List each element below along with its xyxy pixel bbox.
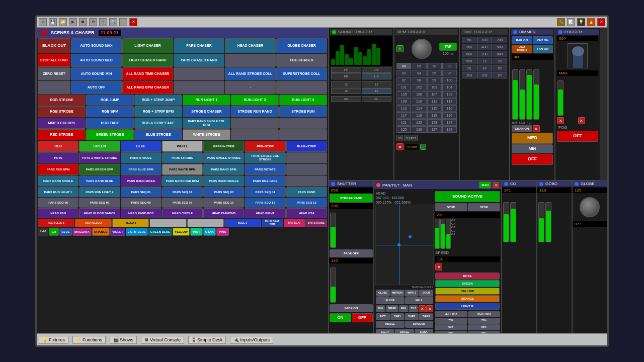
dimmer-slider1[interactable] xyxy=(512,69,518,120)
bpm-105[interactable]: 105 xyxy=(396,91,411,98)
monitor-right-3[interactable]: 💡 xyxy=(577,18,585,26)
rgb-fade-btn[interactable]: RGB FADE xyxy=(86,118,134,129)
time-10s[interactable]: 10s xyxy=(462,72,476,78)
strobe-chaser-btn[interactable]: STROBE CHASER xyxy=(183,106,230,117)
pars-seq06-btn[interactable]: PARS SEQ 06 xyxy=(38,198,78,208)
pict-btn[interactable]: PICT xyxy=(376,313,390,320)
light-blue-btn[interactable]: LIGHT BLUE xyxy=(126,228,148,236)
bpm-124[interactable]: 124 xyxy=(442,119,457,126)
middle-btn[interactable]: MIDDLE xyxy=(376,321,405,328)
auto-sound-med-btn[interactable]: AUTO SOUND MED xyxy=(71,54,122,67)
bpm-121[interactable]: 121 xyxy=(396,119,411,126)
bpm-120[interactable]: 120 xyxy=(442,112,457,119)
shutter-on-btn[interactable]: ON xyxy=(330,313,351,322)
help-icon[interactable]: ? xyxy=(99,18,107,26)
bpm-127[interactable]: 127 xyxy=(427,126,442,133)
head-rand-pos-btn[interactable]: HEAD RAND POS xyxy=(121,208,162,218)
pars-strobe-1-btn[interactable]: PARS STROBE xyxy=(121,152,162,163)
wall-ctrl-btn[interactable]: WALL xyxy=(405,297,434,304)
light-b-btn[interactable]: LIGHT B xyxy=(435,303,500,310)
pan-tilt-x3[interactable]: ✕ xyxy=(426,305,433,312)
col5-btn[interactable] xyxy=(187,219,224,227)
time-1s[interactable]: 1s xyxy=(477,58,492,64)
taskbar-functions[interactable]: ⚡ Functions xyxy=(72,336,106,344)
red-strobe-btn[interactable]: RED STROBE xyxy=(38,129,86,140)
bpm-96[interactable]: 96 xyxy=(442,70,457,76)
globe-knob[interactable] xyxy=(580,197,600,217)
run-light-1-btn[interactable]: RUN LIGHT 1 xyxy=(183,95,230,106)
bpm-126[interactable]: 126 xyxy=(412,126,426,133)
rgb-strip-fade-btn[interactable]: RGB & STRIP FADE xyxy=(134,118,182,129)
diamond-btn[interactable]: DIAMOND xyxy=(405,321,434,328)
blue-strobe-btn[interactable]: BLUE STROBE xyxy=(134,129,182,140)
yello3-btn[interactable]: YELLO 3 xyxy=(112,219,149,227)
pars-seq11-btn[interactable]: PARS SEQ 11 xyxy=(245,198,285,208)
p50-btn[interactable]: 50% xyxy=(435,324,467,330)
stop2-btn[interactable]: STOP xyxy=(468,203,501,211)
rgb-strip-jump-btn[interactable]: RGB + STRIP JUMP xyxy=(134,95,182,106)
superstrobe-coll-btn[interactable]: SUPERSTROBE COLL xyxy=(276,67,327,80)
light-chaser-rand-btn[interactable]: LIGHT CHASER RAND xyxy=(122,54,173,67)
pars-rand-btn[interactable]: PARS RAND xyxy=(286,187,327,197)
bpm-113[interactable]: 113 xyxy=(396,105,411,112)
pars-rand-single2-btn[interactable]: PARS RAND SINGLE xyxy=(203,175,244,187)
mirror-ctrl-btn[interactable]: MIRROR xyxy=(390,290,405,297)
taskbar-virtual-console[interactable]: 🖥 Virtual Console xyxy=(141,336,184,344)
green-btn[interactable]: GREEN xyxy=(79,141,120,152)
rgb-strobe-1-btn[interactable]: RGB STROBE xyxy=(38,95,86,106)
bpm-106[interactable]: 106 xyxy=(412,91,426,98)
eight-btn[interactable]: EIGHT xyxy=(376,329,394,333)
green-col-btn[interactable]: GREEN xyxy=(435,280,500,287)
pars-single-strobe-btn[interactable]: PARS SINGLE STROBE xyxy=(203,152,244,163)
dimmer-med-btn[interactable]: MED xyxy=(512,133,553,144)
green-blue-btn[interactable]: GREEN BLUE xyxy=(148,228,172,236)
bpm-98[interactable]: 98 xyxy=(412,77,426,83)
bpm-115[interactable]: 115 xyxy=(427,105,442,112)
dimmer-off-btn[interactable]: OFF xyxy=(512,154,553,165)
pars-seq08-btn[interactable]: PARS SEQ 08 xyxy=(121,198,162,208)
magenta-btn[interactable]: MAGENTA xyxy=(72,228,92,236)
all-rand-bpm-chaser-btn[interactable]: ALL RAND BPM CHASER xyxy=(122,81,173,94)
run-light-2-btn[interactable]: RUN LIGHT 2 xyxy=(231,95,279,106)
red-yello2-btn[interactable]: RED YELLO 2 xyxy=(75,219,112,227)
dimmer-x1[interactable]: ✕ xyxy=(533,125,540,132)
pan-tilt-x[interactable]: ✕ xyxy=(493,182,499,188)
time-3s[interactable]: 3s xyxy=(462,65,476,71)
shutter-off-btn[interactable]: OFF xyxy=(352,313,373,322)
bpm-94[interactable]: 94 xyxy=(412,70,426,76)
bpm-93[interactable]: 93 xyxy=(396,70,411,76)
head-usa-btn[interactable]: HEAD USA xyxy=(286,208,327,218)
taskbar-fixtures[interactable]: 💡 Fixtures xyxy=(39,336,68,344)
pan-tilt-x4[interactable]: ✕ xyxy=(435,263,442,270)
pars-rand-rgb-btn[interactable]: PARS RAND RGB BPM xyxy=(162,175,203,187)
rgb-jump-btn[interactable]: RGB JUMP xyxy=(86,95,134,106)
shutter-s1[interactable] xyxy=(330,213,336,248)
pars-run-light1-btn[interactable]: PARS RUN LIGHT 1 xyxy=(38,187,78,197)
bpm-plus2[interactable]: + xyxy=(420,144,426,150)
pan-tilt-x2[interactable]: ✕ xyxy=(419,305,426,312)
p50b-btn[interactable]: 50% xyxy=(468,324,501,330)
pars-chaser-btn[interactable]: PARS CHASER xyxy=(174,38,224,53)
time-800[interactable]: 800 xyxy=(493,51,507,57)
speed-btn[interactable]: SPEED xyxy=(386,305,398,312)
auto-sound-max-btn[interactable]: AUTO SOUND MAX xyxy=(71,38,122,53)
globe-ctrl-btn[interactable]: GLOBE xyxy=(376,290,390,297)
taskbar-inputs-outputs[interactable]: 🔌 Inputs/Outputs xyxy=(230,336,273,344)
bpm-x-btn[interactable]: ✕ xyxy=(396,143,404,150)
dimmer-slider2[interactable] xyxy=(519,69,525,120)
yellow-btn[interactable]: YELLOW xyxy=(173,228,190,236)
close-icon[interactable]: ✕ xyxy=(129,18,137,26)
pars-seq09-btn[interactable]: PARS SEQ 09 xyxy=(162,198,203,208)
pars-single-col-strobe-btn[interactable]: PARS SINGLE COL STROBE xyxy=(245,152,285,163)
search-icon[interactable]: 🔍 xyxy=(109,18,117,26)
p75b-btn[interactable]: 75% xyxy=(468,318,501,324)
bpm-111[interactable]: 111 xyxy=(427,98,442,105)
rose-btn[interactable]: ROSE xyxy=(435,273,500,280)
bpm-99[interactable]: 99 xyxy=(427,77,442,83)
bar1-btn[interactable]: BAR1 xyxy=(390,313,405,320)
bpm-97[interactable]: 97 xyxy=(396,77,411,83)
stop-all-func-btn[interactable]: STOP ALL FUNC xyxy=(38,54,70,67)
p75-btn[interactable]: 75% xyxy=(435,318,467,324)
orange-btn[interactable]: ORANGE xyxy=(92,228,110,236)
bpm-118[interactable]: 118 xyxy=(412,112,426,119)
